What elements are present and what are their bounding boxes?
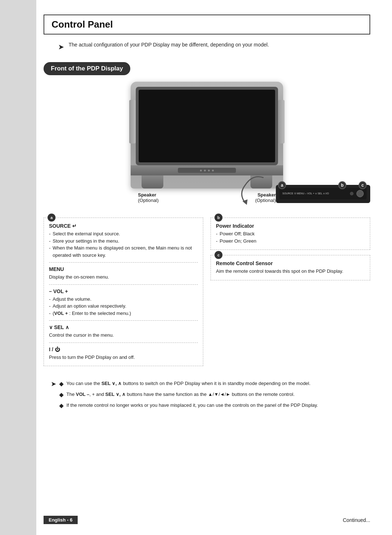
footer-lang: English - 6 [44, 516, 78, 524]
footer: English - 6 Continued... [44, 516, 370, 524]
tv-body [131, 82, 283, 189]
tv-illustration [44, 82, 370, 189]
title-bar: Control Panel [44, 15, 370, 35]
source-title: SOURCE ↵ [49, 223, 198, 229]
control-panel-zoom: a b c SOURCE ① MENU – VOL + ∨ SEL ∧ I/O [276, 185, 370, 203]
remote-text: Aim the remote control towards this spot… [216, 268, 365, 275]
desc-left-column: a SOURCE ↵ Select the external input sou… [44, 218, 203, 371]
zoom-arrow-icon [234, 174, 271, 207]
vol-item-2: Adjust an option value respectively. [49, 303, 198, 310]
vol-list: Adjust the volume. Adjust an option valu… [49, 296, 198, 317]
power-indicator-title: Power Indicator [216, 223, 365, 229]
power-text: Press to turn the PDP Display on and off… [49, 354, 198, 361]
menu-title: MENU [49, 266, 198, 272]
note-item-1: ◆ You can use the SEL ∨, ∧ buttons to sw… [59, 380, 318, 387]
section-header: Front of the PDP Display [44, 62, 130, 75]
desc-right-column: b Power Indicator Power Off; Black Power… [211, 218, 370, 371]
cp-indicator-group [350, 190, 364, 197]
badge-b-label: b [215, 214, 222, 222]
source-item-3: When the Main menu is displayed on scree… [49, 244, 198, 259]
cp-badge-c: c [359, 181, 367, 189]
note-item-2: ◆ The VOL –, + and SEL ∨, ∧ buttons have… [59, 391, 318, 398]
divider-2 [49, 284, 198, 285]
source-list: Select the external input source. Store … [49, 230, 198, 259]
source-item-2: Store your settings in the menu. [49, 238, 198, 245]
bullet-1: ◆ [59, 380, 64, 387]
source-item-1: Select the external input source. [49, 230, 198, 238]
zoom-box-area: a b c SOURCE ① MENU – VOL + ∨ SEL ∧ I/O [44, 185, 370, 210]
divider-3 [49, 320, 198, 321]
note-text-3: If the remote control no longer works or… [66, 402, 318, 409]
pi-item-1: Power Off; Black [216, 230, 365, 238]
note-text: The actual configuration of your PDP Dis… [69, 42, 269, 48]
cp-row-text: SOURCE ① MENU – VOL + ∨ SEL ∧ I/O [282, 192, 329, 195]
tv-screen [139, 90, 275, 162]
note-text-2: The VOL –, + and SEL ∨, ∧ buttons have t… [66, 391, 295, 398]
note-text-1: You can use the SEL ∨, ∧ buttons to swit… [66, 380, 310, 387]
note-line: ➤ The actual configuration of your PDP D… [58, 42, 370, 51]
badge-c-label: c [215, 251, 222, 259]
bullet-2: ◆ [59, 391, 64, 398]
vol-item-3: (VOL + : Enter to the selected menu.) [49, 310, 198, 317]
note-arrow-1: ➤ [51, 380, 56, 388]
tv-control-strip [178, 168, 236, 173]
tv-left-speaker-bar [129, 100, 136, 143]
control-dot-2 [204, 170, 206, 171]
vol-title: – VOL + [49, 288, 198, 294]
bullet-3: ◆ [59, 402, 64, 409]
tv-screen-border [136, 87, 278, 165]
desc-box-a: a SOURCE ↵ Select the external input sou… [44, 218, 203, 366]
bottom-note-row-1: ➤ ◆ You can use the SEL ∨, ∧ buttons to … [51, 380, 370, 413]
tv-right-speaker-bar [278, 100, 285, 143]
control-dot-3 [208, 170, 210, 171]
sel-title: ∨ SEL ∧ [49, 324, 198, 330]
note-bullets-group: ◆ You can use the SEL ∨, ∧ buttons to sw… [59, 380, 318, 413]
badge-a-label: a [48, 214, 56, 222]
remote-title: Remote Control Sensor [216, 260, 365, 266]
cp-badge-a: a [278, 181, 286, 189]
divider-1 [49, 262, 198, 263]
note-item-3: ◆ If the remote control no longer works … [59, 402, 318, 409]
cp-power-circle [356, 190, 364, 197]
power-indicator-list: Power Off; Black Power On; Green [216, 230, 365, 244]
page-title: Control Panel [52, 19, 362, 30]
power-title: I / ⏻ [49, 346, 198, 352]
cp-buttons-row: SOURCE ① MENU – VOL + ∨ SEL ∧ I/O [279, 188, 367, 199]
bottom-notes: ➤ ◆ You can use the SEL ∨, ∧ buttons to … [51, 380, 370, 413]
control-dot-4 [212, 170, 214, 171]
vol-item-1: Adjust the volume. [49, 296, 198, 303]
cp-badge-b: b [338, 181, 346, 189]
cp-indicator-dot [350, 192, 354, 195]
desc-box-b: b Power Indicator Power Off; Black Power… [211, 218, 370, 250]
footer-continued: Continued... [343, 517, 371, 523]
control-dot-1 [200, 170, 202, 171]
divider-4 [49, 343, 198, 343]
sel-text: Control the cursor in the menu. [49, 332, 198, 339]
arrow-icon: ➤ [58, 42, 64, 51]
menu-text: Display the on-screen menu. [49, 273, 198, 281]
description-section: a SOURCE ↵ Select the external input sou… [44, 218, 370, 371]
left-sidebar-strip [0, 0, 36, 535]
desc-box-c: c Remote Control Sensor Aim the remote c… [211, 255, 370, 280]
pi-item-2: Power On; Green [216, 238, 365, 245]
